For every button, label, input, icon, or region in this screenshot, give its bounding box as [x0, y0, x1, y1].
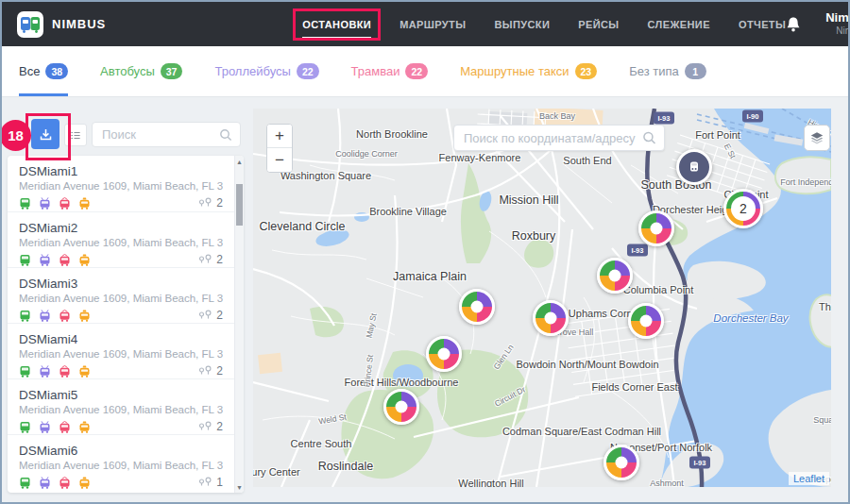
stops-pin-icon — [198, 365, 212, 378]
brand[interactable]: NIMBUS — [17, 11, 106, 38]
nav-item[interactable]: ОТЧЕТЫ — [739, 2, 786, 46]
filter-tab-label: Маршрутные такси — [460, 64, 569, 78]
notifications-bell-icon[interactable] — [786, 16, 801, 33]
bus-stop-icon — [687, 160, 702, 175]
stop-address: Meridian Avenue 1609, Miami Beach, FL 33… — [19, 179, 223, 193]
app-window: NIMBUS ОСТАНОВКИМАРШРУТЫВЫПУСКИРЕЙСЫСЛЕЖ… — [0, 0, 850, 504]
search-icon — [219, 128, 232, 142]
stop-name: DSMiami1 — [19, 164, 223, 179]
filter-tab-count-badge: 38 — [45, 63, 68, 79]
trolleybus-icon — [39, 254, 51, 266]
stop-name: DSMiami6 — [19, 444, 223, 459]
bus-icon — [19, 254, 31, 266]
stop-address: Meridian Avenue 1609, Miami Beach, FL 33… — [19, 347, 223, 361]
stop-count-value: 1 — [216, 476, 223, 489]
cluster-count: 2 — [731, 196, 756, 221]
stops-list: DSMiami1 Meridian Avenue 1609, Miami Bea… — [8, 156, 234, 493]
map-layers-button[interactable] — [804, 125, 830, 151]
taxi-icon — [78, 421, 91, 433]
filter-tab[interactable]: Трамваи 22 — [351, 46, 429, 96]
map-search-input[interactable] — [454, 126, 664, 150]
stop-address: Meridian Avenue 1609, Miami Beach, FL 33… — [19, 292, 223, 306]
stop-name: DSMiami3 — [19, 277, 223, 292]
stop-list-item[interactable]: DSMiami1 Meridian Avenue 1609, Miami Bea… — [8, 156, 234, 211]
scroll-up-arrow[interactable]: ▲ — [235, 156, 244, 167]
stops-search-input[interactable] — [93, 123, 240, 146]
trolleybus-icon — [39, 365, 51, 378]
tram-icon — [59, 254, 71, 266]
export-download-button[interactable] — [31, 119, 60, 149]
nav-item[interactable]: РЕЙСЫ — [578, 2, 619, 46]
nav-item-label: СЛЕЖЕНИЕ — [648, 19, 710, 30]
taxi-icon — [78, 254, 91, 266]
trolleybus-icon — [39, 477, 51, 489]
filter-tabs: Все 38 Автобусы 37 Троллейбусы 22 Трамва… — [2, 46, 848, 97]
stop-cluster-pie-marker[interactable] — [459, 289, 495, 325]
nav-item-label: РЕЙСЫ — [578, 19, 619, 30]
route-shield: I-90 — [742, 110, 763, 123]
nav-item[interactable]: МАРШРУТЫ — [400, 2, 466, 46]
trolleybus-icon — [39, 197, 51, 210]
stop-cluster-pie-marker[interactable] — [604, 445, 639, 480]
stop-list-item[interactable]: DSMiami6 Meridian Avenue 1609, Miami Bea… — [8, 434, 234, 490]
stop-list-item[interactable]: DSMiami4 Meridian Avenue 1609, Miami Bea… — [8, 323, 234, 378]
stops-pin-icon — [198, 477, 212, 489]
stops-search — [92, 122, 241, 147]
nav-item[interactable]: ВЫПУСКИ — [494, 2, 550, 46]
stop-count-value: 2 — [216, 253, 223, 266]
filter-tab[interactable]: Автобусы 37 — [100, 46, 182, 96]
stop-cluster-pie-marker[interactable] — [383, 389, 419, 425]
filter-tab-label: Автобусы — [100, 64, 155, 78]
scroll-down-arrow[interactable]: ▼ — [235, 481, 244, 493]
stop-cluster-count-marker[interactable]: 2 — [723, 189, 763, 228]
filter-tab-count-badge: 1 — [685, 63, 706, 79]
stop-list-item[interactable]: DSMiami3 Meridian Avenue 1609, Miami Bea… — [8, 267, 234, 323]
stop-count-value: 2 — [216, 309, 223, 322]
navbar-right: NimB2 NimB2 — [786, 11, 850, 36]
filter-tab[interactable]: Троллейбусы 22 — [214, 46, 318, 96]
stop-address: Meridian Avenue 1609, Miami Beach, FL 33… — [19, 236, 223, 250]
search-icon — [642, 131, 656, 145]
nav-item-label: ОТЧЕТЫ — [739, 19, 786, 30]
zoom-in-button[interactable]: + — [267, 125, 292, 148]
zoom-out-button[interactable]: − — [267, 148, 292, 172]
filter-tab-count-badge: 37 — [161, 63, 183, 79]
stops-pin-icon — [198, 197, 212, 210]
scrollbar-thumb[interactable] — [236, 184, 243, 226]
brand-name: NIMBUS — [52, 17, 106, 31]
stop-count-value: 2 — [216, 420, 223, 433]
stop-name: DSMiami5 — [19, 388, 223, 403]
stop-cluster-pie-marker[interactable] — [533, 300, 569, 336]
stops-pin-icon — [198, 254, 212, 266]
stop-list-item[interactable]: DSMiami5 Meridian Avenue 1609, Miami Bea… — [8, 378, 234, 434]
stop-list-item[interactable]: DSMiami2 Meridian Avenue 1609, Miami Bea… — [8, 211, 234, 267]
stop-cluster-pie-marker[interactable] — [638, 210, 674, 246]
taxi-icon — [78, 477, 91, 489]
map-zoom-control: + − — [266, 124, 293, 173]
stops-list-card: DSMiami1 Meridian Avenue 1609, Miami Bea… — [8, 156, 244, 493]
filter-tab-label: Без типа — [629, 64, 679, 78]
tram-icon — [59, 477, 71, 489]
stop-cluster-pie-marker[interactable] — [597, 258, 633, 294]
list-scrollbar[interactable]: ▲ ▼ — [234, 156, 244, 493]
bus-stop-marker[interactable] — [676, 149, 712, 185]
taxi-icon — [78, 310, 91, 322]
list-view-button[interactable] — [64, 124, 87, 146]
route-shield: I-93 — [627, 244, 648, 257]
filter-tab[interactable]: Все 38 — [19, 46, 68, 96]
nav-item-label: МАРШРУТЫ — [400, 19, 466, 30]
leaflet-attribution[interactable]: Leaflet — [789, 472, 829, 485]
filter-tab-label: Все — [19, 64, 40, 78]
user-subtitle: NimB2 — [836, 25, 850, 37]
map-canvas[interactable]: Back BayNorth BrooklineFort PointCoolidg… — [253, 109, 831, 487]
filter-tab[interactable]: Без типа 1 — [629, 46, 706, 96]
nav-item[interactable]: СЛЕЖЕНИЕ — [648, 2, 710, 46]
tram-icon — [59, 421, 71, 433]
user-menu[interactable]: NimB2 NimB2 — [825, 11, 850, 36]
nav-item[interactable]: ОСТАНОВКИ — [302, 2, 371, 46]
stop-cluster-pie-marker[interactable] — [628, 303, 664, 339]
nav-item-label: ВЫПУСКИ — [494, 19, 550, 30]
stop-cluster-pie-marker[interactable] — [426, 336, 462, 372]
filter-tab[interactable]: Маршрутные такси 23 — [460, 46, 597, 96]
list-icon — [71, 130, 80, 141]
